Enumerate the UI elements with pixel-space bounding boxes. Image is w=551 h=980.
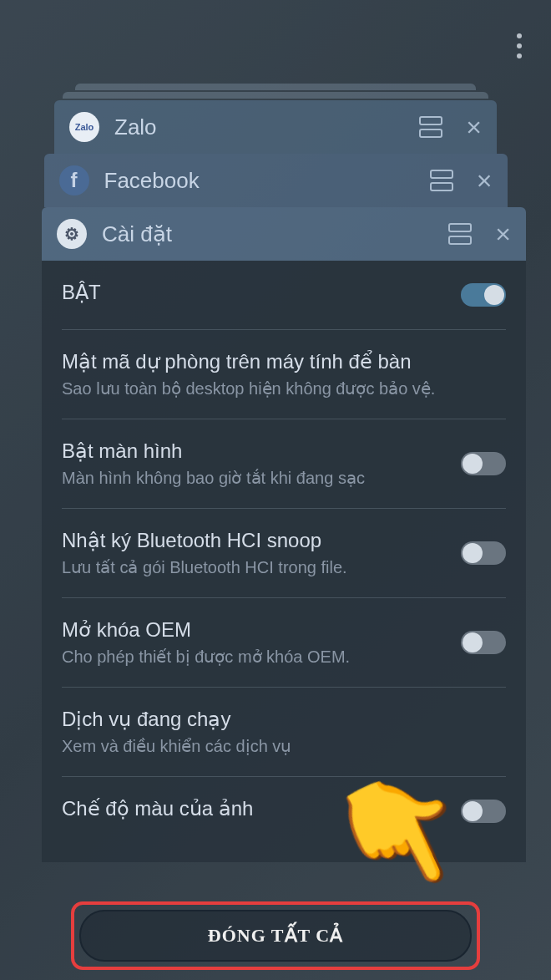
setting-subtitle: Xem và điều khiển các dịch vụ bbox=[62, 736, 506, 756]
setting-title: Mật mã dự phòng trên máy tính để bàn bbox=[62, 350, 506, 373]
setting-row-enable[interactable]: BẬT bbox=[62, 261, 506, 330]
setting-row-bluetooth[interactable]: Nhật ký Bluetooth HCI snoop Lưu tất cả g… bbox=[62, 509, 506, 598]
stacked-card-edge bbox=[63, 92, 488, 99]
split-screen-icon[interactable] bbox=[419, 116, 442, 138]
app-name-label: Zalo bbox=[114, 114, 419, 140]
split-screen-icon[interactable] bbox=[448, 223, 472, 245]
setting-title: Dịch vụ đang chạy bbox=[62, 708, 506, 731]
setting-row-screen[interactable]: Bật màn hình Màn hình không bao giờ tắt … bbox=[62, 419, 506, 509]
close-icon[interactable]: × bbox=[477, 167, 493, 194]
setting-subtitle: Cho phép thiết bị được mở khóa OEM. bbox=[62, 647, 461, 667]
toggle-switch[interactable] bbox=[461, 283, 506, 307]
split-screen-icon[interactable] bbox=[430, 170, 453, 191]
app-card-facebook[interactable]: f Facebook × bbox=[44, 154, 508, 207]
setting-subtitle: Sao lưu toàn bộ desktop hiện không được … bbox=[62, 378, 506, 399]
setting-subtitle: Lưu tất cả gói Bluetooth HCI trong file. bbox=[62, 557, 461, 577]
zalo-icon: Zalo bbox=[69, 112, 99, 142]
settings-panel: BẬT Mật mã dự phòng trên máy tính để bàn… bbox=[42, 261, 526, 862]
setting-title: BẬT bbox=[62, 281, 461, 304]
toggle-switch[interactable] bbox=[461, 631, 506, 654]
app-name-label: Cài đặt bbox=[102, 221, 448, 247]
app-card-settings[interactable]: ⚙ Cài đặt × bbox=[42, 207, 526, 261]
setting-row-oem[interactable]: Mở khóa OEM Cho phép thiết bị được mở kh… bbox=[62, 598, 506, 688]
toggle-switch[interactable] bbox=[461, 541, 506, 565]
settings-icon: ⚙ bbox=[57, 219, 87, 249]
facebook-icon: f bbox=[59, 165, 89, 195]
setting-title: Nhật ký Bluetooth HCI snoop bbox=[62, 529, 461, 552]
stacked-card-edge bbox=[75, 84, 476, 90]
close-all-highlight: ĐÓNG TẤT CẢ bbox=[71, 901, 480, 970]
setting-subtitle: Màn hình không bao giờ tắt khi đang sạc bbox=[62, 468, 461, 488]
setting-title: Bật màn hình bbox=[62, 439, 461, 463]
app-name-label: Facebook bbox=[104, 168, 430, 194]
setting-row-backup[interactable]: Mật mã dự phòng trên máy tính để bàn Sao… bbox=[62, 330, 506, 419]
kebab-menu-icon[interactable] bbox=[508, 25, 530, 67]
close-all-button[interactable]: ĐÓNG TẤT CẢ bbox=[79, 910, 472, 962]
toggle-switch[interactable] bbox=[461, 452, 506, 475]
close-icon[interactable]: × bbox=[495, 221, 511, 247]
recent-apps-stack: Zalo Zalo × f Facebook × ⚙ Cài đặt × BẬT… bbox=[42, 84, 509, 862]
setting-title: Mở khóa OEM bbox=[62, 618, 461, 642]
app-card-zalo[interactable]: Zalo Zalo × bbox=[54, 100, 497, 154]
close-icon[interactable]: × bbox=[466, 114, 482, 140]
